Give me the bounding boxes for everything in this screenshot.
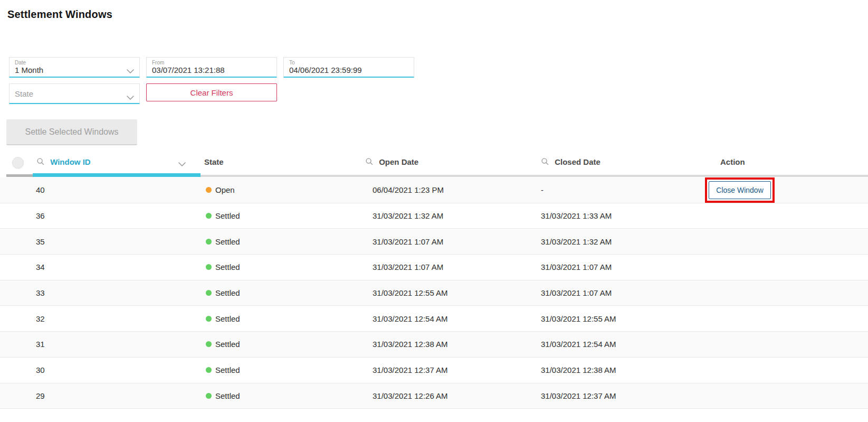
state-dot [206,239,212,245]
date-select-value: 1 Month [15,65,134,75]
cell-window-id: 32 [36,306,45,331]
cell-closed-date: - [541,177,543,203]
column-header-open-date-label: Open Date [379,157,418,166]
cell-state: Open [206,177,235,203]
cell-action [705,280,774,306]
state-dot [206,187,212,193]
cell-action [705,229,774,254]
to-date-input[interactable]: To 04/06/2021 23:59:99 [283,57,414,78]
cell-state-label: Settled [215,211,240,220]
state-select[interactable]: State [9,83,140,104]
cell-open-date: 31/03/2021 1:32 AM [373,203,443,229]
date-select[interactable]: Date 1 Month [9,57,140,78]
cell-window-id: 35 [36,229,45,254]
cell-state: Settled [206,280,240,306]
cell-closed-date: 31/03/2021 12:54 AM [541,332,616,357]
cell-window-id: 36 [36,203,45,229]
cell-action [705,358,774,383]
table-body: 40 Open 06/04/2021 1:23 PM - Close Windo… [0,177,868,409]
cell-open-date: 31/03/2021 1:07 AM [373,229,443,254]
cell-open-date: 06/04/2021 1:23 PM [373,177,444,203]
cell-state-label: Settled [215,262,240,271]
table-row: 33 Settled 31/03/2021 12:55 AM 31/03/202… [0,280,868,306]
state-dot [206,341,212,347]
cell-state: Settled [206,383,240,409]
column-header-window-id[interactable]: Window ID [37,157,91,167]
state-dot [206,393,212,399]
table-row: 34 Settled 31/03/2021 1:07 AM 31/03/2021… [0,255,868,280]
cell-closed-date: 31/03/2021 1:32 AM [541,229,612,254]
cell-action [705,306,774,331]
header-underline [201,175,868,177]
cell-open-date: 31/03/2021 12:37 AM [373,358,448,383]
state-dot [206,367,212,373]
cell-state-label: Settled [215,365,240,374]
annotation-highlight-box: Close Window [705,177,774,203]
cell-closed-date: 31/03/2021 12:55 AM [541,306,616,331]
clear-filters-button[interactable]: Clear Filters [146,83,277,101]
settlement-windows-table: Window ID State Open Date Closed Date Ac… [0,149,868,409]
cell-state-label: Settled [215,314,240,323]
table-header: Window ID State Open Date Closed Date Ac… [0,149,868,177]
cell-open-date: 31/03/2021 12:38 AM [373,332,448,357]
cell-window-id: 33 [36,280,45,306]
cell-open-date: 31/03/2021 12:26 AM [373,383,448,409]
search-icon[interactable] [366,158,375,167]
settlement-windows-page: Settlement Windows Date 1 Month From 03/… [0,0,868,422]
cell-state-label: Settled [215,391,240,400]
search-icon[interactable] [541,158,551,167]
cell-state-label: Open [215,185,235,194]
page-title: Settlement Windows [7,8,112,21]
column-header-closed-date[interactable]: Closed Date [541,157,600,167]
cell-window-id: 34 [36,255,45,280]
table-row: 31 Settled 31/03/2021 12:38 AM 31/03/202… [0,332,868,358]
cell-closed-date: 31/03/2021 1:07 AM [541,255,612,280]
to-date-label: To [289,60,408,65]
table-row: 32 Settled 31/03/2021 12:54 AM 31/03/202… [0,306,868,332]
cell-state: Settled [206,332,240,357]
cell-state: Settled [206,203,240,229]
cell-closed-date: 31/03/2021 1:07 AM [541,280,612,306]
table-row: 30 Settled 31/03/2021 12:37 AM 31/03/202… [0,358,868,383]
search-icon[interactable] [37,158,46,167]
cell-open-date: 31/03/2021 12:55 AM [373,280,448,306]
state-select-placeholder: State [15,86,134,99]
state-dot [206,213,212,219]
table-row: 35 Settled 31/03/2021 1:07 AM 31/03/2021… [0,229,868,255]
cell-window-id: 29 [36,383,45,409]
table-row: 36 Settled 31/03/2021 1:32 AM 31/03/2021… [0,203,868,229]
close-window-button[interactable]: Close Window [709,181,770,199]
cell-window-id: 31 [36,332,45,357]
sort-direction-icon[interactable] [178,159,186,168]
column-header-open-date[interactable]: Open Date [366,157,418,167]
cell-action [705,332,774,357]
cell-closed-date: 31/03/2021 12:38 AM [541,358,616,383]
sorted-column-underline [33,173,201,177]
from-date-label: From [152,60,271,65]
column-header-state[interactable]: State [204,157,224,166]
column-header-action: Action [720,157,745,166]
cell-open-date: 31/03/2021 12:54 AM [373,306,448,331]
settle-selected-windows-button[interactable]: Settle Selected Windows [6,119,137,145]
state-dot [206,290,212,296]
from-date-input[interactable]: From 03/07/2021 13:21:88 [146,57,277,78]
cell-state: Settled [206,255,240,280]
cell-closed-date: 31/03/2021 1:33 AM [541,203,612,229]
header-underline-checkbox-column [6,174,33,177]
filters-row-2: State Clear Filters [9,83,277,104]
cell-state-label: Settled [215,288,240,297]
column-header-closed-date-label: Closed Date [555,157,600,166]
cell-action [705,383,774,409]
chevron-down-icon [127,92,134,102]
select-all-checkbox[interactable] [12,157,24,168]
chevron-down-icon [127,66,134,76]
to-date-value: 04/06/2021 23:59:99 [289,65,408,75]
date-select-label: Date [15,60,134,65]
column-header-window-id-label: Window ID [50,157,91,166]
cell-action [705,255,774,280]
table-row: 29 Settled 31/03/2021 12:26 AM 31/03/202… [0,383,868,409]
cell-state: Settled [206,229,240,254]
state-dot [206,264,212,270]
cell-state: Settled [206,358,240,383]
cell-closed-date: 31/03/2021 12:37 AM [541,383,616,409]
